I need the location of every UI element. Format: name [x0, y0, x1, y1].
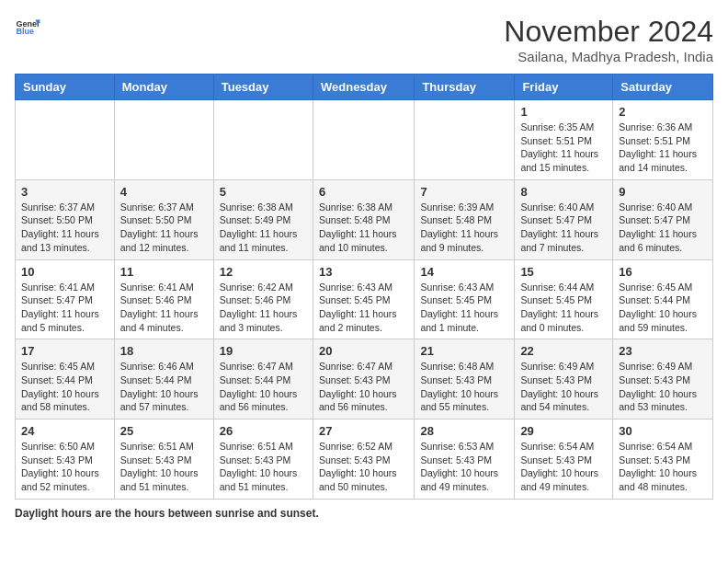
subtitle: Sailana, Madhya Pradesh, India — [504, 49, 713, 64]
day-number: 25 — [120, 424, 208, 438]
day-info: Sunrise: 6:35 AM Sunset: 5:51 PM Dayligh… — [520, 121, 607, 175]
day-info: Sunrise: 6:36 AM Sunset: 5:51 PM Dayligh… — [619, 121, 707, 175]
day-cell: 30Sunrise: 6:54 AM Sunset: 5:43 PM Dayli… — [613, 419, 713, 500]
day-info: Sunrise: 6:53 AM Sunset: 5:43 PM Dayligh… — [420, 440, 508, 494]
day-number: 10 — [21, 265, 108, 279]
day-cell: 13Sunrise: 6:43 AM Sunset: 5:45 PM Dayli… — [313, 259, 414, 339]
day-number: 13 — [319, 265, 408, 279]
day-cell: 19Sunrise: 6:47 AM Sunset: 5:44 PM Dayli… — [213, 339, 313, 419]
day-number: 5 — [220, 185, 307, 199]
day-info: Sunrise: 6:40 AM Sunset: 5:47 PM Dayligh… — [619, 201, 707, 255]
day-number: 24 — [21, 424, 108, 438]
day-number: 6 — [319, 185, 408, 199]
day-info: Sunrise: 6:49 AM Sunset: 5:43 PM Dayligh… — [520, 360, 607, 414]
day-number: 11 — [120, 265, 208, 279]
day-number: 20 — [319, 344, 408, 358]
day-cell: 21Sunrise: 6:48 AM Sunset: 5:43 PM Dayli… — [415, 339, 515, 419]
day-info: Sunrise: 6:54 AM Sunset: 5:43 PM Dayligh… — [520, 440, 607, 494]
day-number: 15 — [520, 265, 607, 279]
col-header-friday: Friday — [515, 75, 613, 100]
calendar-table: SundayMondayTuesdayWednesdayThursdayFrid… — [15, 74, 713, 500]
day-cell: 15Sunrise: 6:44 AM Sunset: 5:45 PM Dayli… — [515, 259, 613, 339]
header-row: SundayMondayTuesdayWednesdayThursdayFrid… — [16, 75, 713, 100]
day-cell: 27Sunrise: 6:52 AM Sunset: 5:43 PM Dayli… — [313, 419, 414, 500]
day-info: Sunrise: 6:44 AM Sunset: 5:45 PM Dayligh… — [520, 281, 607, 335]
day-number: 23 — [619, 344, 707, 358]
day-cell: 4Sunrise: 6:37 AM Sunset: 5:50 PM Daylig… — [114, 179, 213, 259]
day-cell: 20Sunrise: 6:47 AM Sunset: 5:43 PM Dayli… — [313, 339, 414, 419]
footer-label: Daylight hours — [15, 507, 92, 520]
day-cell: 28Sunrise: 6:53 AM Sunset: 5:43 PM Dayli… — [415, 419, 515, 500]
day-cell: 14Sunrise: 6:43 AM Sunset: 5:45 PM Dayli… — [415, 259, 515, 339]
day-number: 22 — [520, 344, 607, 358]
day-info: Sunrise: 6:51 AM Sunset: 5:43 PM Dayligh… — [120, 440, 208, 494]
day-number: 8 — [520, 185, 607, 199]
day-number: 17 — [21, 344, 108, 358]
day-number: 16 — [619, 265, 707, 279]
day-cell — [313, 100, 414, 180]
col-header-monday: Monday — [114, 75, 213, 100]
col-header-sunday: Sunday — [16, 75, 115, 100]
week-row-2: 10Sunrise: 6:41 AM Sunset: 5:47 PM Dayli… — [16, 259, 713, 339]
day-cell: 11Sunrise: 6:41 AM Sunset: 5:46 PM Dayli… — [114, 259, 213, 339]
day-cell: 8Sunrise: 6:40 AM Sunset: 5:47 PM Daylig… — [515, 179, 613, 259]
day-info: Sunrise: 6:41 AM Sunset: 5:47 PM Dayligh… — [21, 281, 108, 335]
day-cell — [16, 100, 115, 180]
day-cell: 16Sunrise: 6:45 AM Sunset: 5:44 PM Dayli… — [613, 259, 713, 339]
col-header-saturday: Saturday — [613, 75, 713, 100]
day-number: 21 — [420, 344, 508, 358]
day-cell — [213, 100, 313, 180]
day-number: 7 — [420, 185, 508, 199]
day-number: 19 — [220, 344, 307, 358]
footer-text: are the hours between sunrise and sunset… — [95, 507, 318, 520]
day-info: Sunrise: 6:37 AM Sunset: 5:50 PM Dayligh… — [120, 201, 208, 255]
day-info: Sunrise: 6:45 AM Sunset: 5:44 PM Dayligh… — [21, 360, 108, 414]
day-cell: 3Sunrise: 6:37 AM Sunset: 5:50 PM Daylig… — [16, 179, 115, 259]
day-cell — [114, 100, 213, 180]
week-row-1: 3Sunrise: 6:37 AM Sunset: 5:50 PM Daylig… — [16, 179, 713, 259]
day-info: Sunrise: 6:46 AM Sunset: 5:44 PM Dayligh… — [120, 360, 208, 414]
day-info: Sunrise: 6:50 AM Sunset: 5:43 PM Dayligh… — [21, 440, 108, 494]
day-info: Sunrise: 6:42 AM Sunset: 5:46 PM Dayligh… — [220, 281, 307, 335]
day-cell: 10Sunrise: 6:41 AM Sunset: 5:47 PM Dayli… — [16, 259, 115, 339]
day-cell: 12Sunrise: 6:42 AM Sunset: 5:46 PM Dayli… — [213, 259, 313, 339]
day-number: 29 — [520, 424, 607, 438]
day-info: Sunrise: 6:40 AM Sunset: 5:47 PM Dayligh… — [520, 201, 607, 255]
day-info: Sunrise: 6:52 AM Sunset: 5:43 PM Dayligh… — [319, 440, 408, 494]
page-header: General Blue November 2024 Sailana, Madh… — [15, 15, 713, 64]
day-number: 4 — [120, 185, 208, 199]
day-number: 2 — [619, 105, 707, 119]
col-header-thursday: Thursday — [415, 75, 515, 100]
day-cell: 26Sunrise: 6:51 AM Sunset: 5:43 PM Dayli… — [213, 419, 313, 500]
day-number: 28 — [420, 424, 508, 438]
footer-note: Daylight hours are the hours between sun… — [15, 507, 713, 520]
day-cell: 24Sunrise: 6:50 AM Sunset: 5:43 PM Dayli… — [16, 419, 115, 500]
day-cell: 29Sunrise: 6:54 AM Sunset: 5:43 PM Dayli… — [515, 419, 613, 500]
day-number: 26 — [220, 424, 307, 438]
day-number: 14 — [420, 265, 508, 279]
day-cell: 18Sunrise: 6:46 AM Sunset: 5:44 PM Dayli… — [114, 339, 213, 419]
day-number: 12 — [220, 265, 307, 279]
col-header-tuesday: Tuesday — [213, 75, 313, 100]
day-info: Sunrise: 6:54 AM Sunset: 5:43 PM Dayligh… — [619, 440, 707, 494]
day-cell: 17Sunrise: 6:45 AM Sunset: 5:44 PM Dayli… — [16, 339, 115, 419]
day-info: Sunrise: 6:51 AM Sunset: 5:43 PM Dayligh… — [220, 440, 307, 494]
svg-text:Blue: Blue — [16, 27, 34, 36]
week-row-3: 17Sunrise: 6:45 AM Sunset: 5:44 PM Dayli… — [16, 339, 713, 419]
day-cell — [415, 100, 515, 180]
day-cell: 1Sunrise: 6:35 AM Sunset: 5:51 PM Daylig… — [515, 100, 613, 180]
day-info: Sunrise: 6:47 AM Sunset: 5:44 PM Dayligh… — [220, 360, 307, 414]
day-info: Sunrise: 6:47 AM Sunset: 5:43 PM Dayligh… — [319, 360, 408, 414]
week-row-4: 24Sunrise: 6:50 AM Sunset: 5:43 PM Dayli… — [16, 419, 713, 500]
day-cell: 5Sunrise: 6:38 AM Sunset: 5:49 PM Daylig… — [213, 179, 313, 259]
day-cell: 9Sunrise: 6:40 AM Sunset: 5:47 PM Daylig… — [613, 179, 713, 259]
day-number: 1 — [520, 105, 607, 119]
day-cell: 22Sunrise: 6:49 AM Sunset: 5:43 PM Dayli… — [515, 339, 613, 419]
day-cell: 2Sunrise: 6:36 AM Sunset: 5:51 PM Daylig… — [613, 100, 713, 180]
month-title: November 2024 — [504, 15, 713, 49]
day-info: Sunrise: 6:37 AM Sunset: 5:50 PM Dayligh… — [21, 201, 108, 255]
day-info: Sunrise: 6:45 AM Sunset: 5:44 PM Dayligh… — [619, 281, 707, 335]
day-number: 27 — [319, 424, 408, 438]
title-area: November 2024 Sailana, Madhya Pradesh, I… — [504, 15, 713, 64]
logo: General Blue — [15, 15, 40, 40]
